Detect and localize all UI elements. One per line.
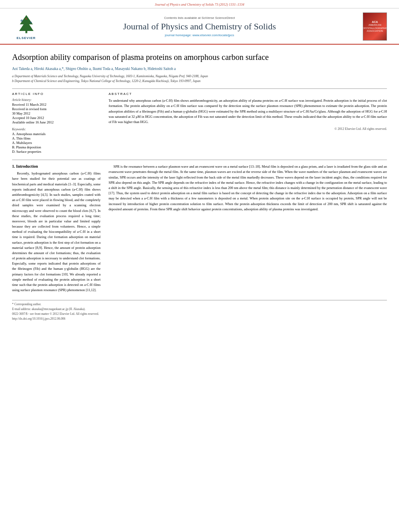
affiliations: a Department of Materials Science and Te… (12, 74, 387, 84)
keyword-1: A. Amorphous materials (12, 132, 101, 136)
svg-point-2 (21, 20, 23, 22)
keywords-label: Keywords: (12, 127, 101, 131)
svg-point-4 (25, 18, 27, 20)
affiliation-b: b Department of Chemical Science and Eng… (12, 79, 387, 84)
body-right-col: SPR is the resonance between a surface p… (109, 164, 387, 295)
journal-header: ELSEVIER Contents lists available at Sci… (0, 8, 399, 45)
svg-point-3 (30, 22, 32, 24)
homepage-url[interactable]: www.elsevier.com/locate/jpcs (192, 33, 234, 37)
revised-label: Received in revised form (12, 107, 101, 111)
intro-left-text: Recently, hydrogenated amorphous carbon … (12, 171, 101, 293)
history-label: Article history: (12, 98, 101, 102)
doi-line: http://dx.doi.org/10.1016/j.jpcs.2012.06… (12, 316, 387, 321)
keyword-2: A. Thin films (12, 136, 101, 140)
issn-line: 0022-3697/$ - see front matter © 2012 El… (12, 312, 387, 316)
intro-right-text: SPR is the resonance between a surface p… (109, 164, 387, 212)
keyword-5: D. Surface properties (12, 150, 101, 154)
abstract-column: ABSTRACT To understand why amorphous car… (109, 92, 387, 154)
revised-date: 30 May 2012 (12, 111, 101, 115)
right-logo-container: ACA AMERICAN CRYSTALLOGRAPHIC ASSOCIATIO… (359, 12, 387, 41)
affiliation-a: a Department of Materials Science and Te… (12, 74, 387, 79)
elsevier-logo: ELSEVIER (12, 13, 40, 40)
info-abstract-section: ARTICLE INFO Article history: Received 1… (12, 88, 387, 154)
journal-citation-bar: Journal of Physics and Chemistry of Soli… (0, 0, 399, 8)
page: Journal of Physics and Chemistry of Soli… (0, 0, 399, 532)
elsevier-tree-icon (15, 13, 37, 35)
corresponding-author: * Corresponding author. (12, 302, 387, 307)
available-date: Available online 16 June 2012 (12, 120, 101, 124)
journal-citation: Journal of Physics and Chemistry of Soli… (155, 2, 245, 6)
elsevier-label: ELSEVIER (16, 36, 36, 40)
abstract-text: To understand why amorphous carbon (a-C:… (109, 98, 387, 125)
keyword-4: B. Plasma deposition (12, 145, 101, 149)
article-info-column: ARTICLE INFO Article history: Received 1… (12, 92, 101, 154)
journal-homepage: journal homepage: www.elsevier.com/locat… (40, 33, 359, 37)
content-area: Adsorption ability comparison of plasma … (0, 45, 399, 329)
journal-title-center: Contents lists available at SciVerse Sci… (40, 16, 359, 37)
article-title: Adsorption ability comparison of plasma … (12, 52, 387, 62)
authors: Aoi Takeda a, Hiroki Akasaka a,*, Shigeo… (12, 66, 387, 72)
accepted-date: Accepted 10 June 2012 (12, 116, 101, 120)
email-address: E-mail address: akasaka@mst.nagaokaut.ac… (12, 307, 387, 312)
introduction-section: 1. Introduction Recently, hydrogenated a… (12, 160, 387, 295)
article-info-heading: ARTICLE INFO (12, 92, 101, 96)
body-left-col: 1. Introduction Recently, hydrogenated a… (12, 164, 101, 295)
introduction-title: 1. Introduction (12, 164, 101, 168)
keywords-section: Keywords: A. Amorphous materials A. Thin… (12, 127, 101, 154)
contents-available-text: Contents lists available at SciVerse Sci… (40, 16, 359, 20)
journal-main-title: Journal of Physics and Chemistry of Soli… (40, 21, 359, 32)
aca-logo: ACA AMERICAN CRYSTALLOGRAPHIC ASSOCIATIO… (363, 12, 387, 41)
received-date: Received 11 March 2012 (12, 103, 101, 107)
footnotes: * Corresponding author. E-mail address: … (12, 300, 387, 321)
keyword-3: A. Multilayers (12, 141, 101, 145)
copyright-line: © 2012 Elsevier Ltd. All rights reserved… (109, 127, 387, 131)
abstract-heading: ABSTRACT (109, 92, 387, 96)
